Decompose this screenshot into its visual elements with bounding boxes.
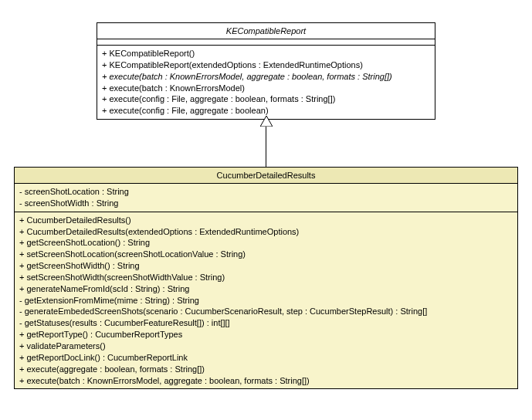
method: + setScreenShotWidth(screenShotWidthValu… (19, 272, 513, 283)
methods-section-parent: + KECompatibleReport() + KECompatibleRep… (97, 46, 435, 119)
method: + KECompatibleReport(extendedOptions : E… (102, 59, 430, 71)
method: + getReportType() : CucumberReportTypes (19, 329, 513, 340)
method: + CucumberDetailedResults() (19, 215, 513, 226)
method: + KECompatibleReport() (102, 48, 430, 59)
method: - generateEmbededScreenShots(scenario : … (19, 306, 513, 317)
method: + validateParameters() (19, 340, 513, 352)
method: + getScreenShotLocation() : String (19, 237, 513, 249)
method: + execute(config : File, aggregate : boo… (102, 105, 430, 117)
method: + setScreenShotLocation(screenShotLocati… (19, 249, 513, 260)
class-name-cucumberdetailedresults: CucumberDetailedResults (15, 168, 517, 184)
method: + getScreenShotWidth() : String (19, 260, 513, 272)
method-abstract: + execute(batch : KnownErrorsModel, aggr… (102, 71, 430, 83)
method: + execute(batch : KnownErrorsModel) (102, 83, 430, 94)
method: + execute(aggregate : boolean, formats :… (19, 364, 513, 375)
uml-class-cucumberdetailedresults: CucumberDetailedResults - screenShotLoca… (14, 167, 518, 389)
method: - getExtensionFromMime(mime : String) : … (19, 295, 513, 307)
uml-class-kecompatiblereport: KECompatibleReport + KECompatibleReport(… (97, 22, 435, 120)
class-name-kecompatiblereport: KECompatibleReport (97, 23, 435, 39)
attributes-section-child: - screenShotLocation : String - screenSh… (15, 184, 517, 212)
inheritance-arrow-icon (260, 116, 273, 127)
method: + execute(batch : KnownErrorsModel, aggr… (19, 375, 513, 387)
methods-section-child: + CucumberDetailedResults() + CucumberDe… (15, 212, 517, 389)
method: + CucumberDetailedResults(extendedOption… (19, 226, 513, 238)
method: + generateNameFromId(scId : String) : St… (19, 283, 513, 295)
method: + getReportDocLink() : CucumberReportLin… (19, 352, 513, 364)
connector-line (266, 127, 266, 167)
attributes-section-empty (97, 39, 435, 46)
attribute: - screenShotLocation : String (19, 186, 513, 198)
attribute: - screenShotWidth : String (19, 198, 513, 209)
svg-marker-0 (260, 116, 273, 127)
method: + execute(config : File, aggregate : boo… (102, 93, 430, 105)
method: - getStatuses(results : CucumberFeatureR… (19, 317, 513, 329)
